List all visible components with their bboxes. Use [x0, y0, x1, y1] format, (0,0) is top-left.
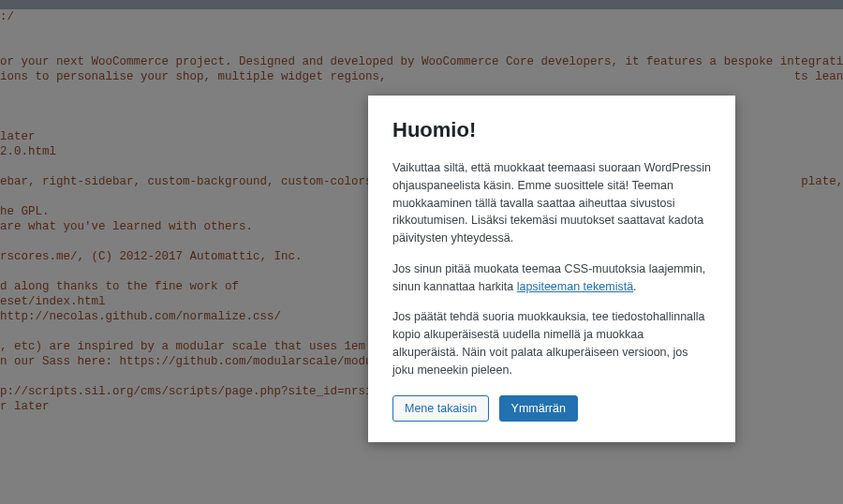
- child-theme-link[interactable]: lapsiteeman tekemistä: [517, 280, 633, 293]
- modal-paragraph-3: Jos päätät tehdä suoria muokkauksia, tee…: [392, 308, 711, 378]
- modal-paragraph-1: Vaikuttaa siltä, että muokkaat teemaasi …: [392, 159, 711, 247]
- understand-button[interactable]: Ymmärrän: [499, 395, 578, 422]
- modal-title: Huomio!: [392, 118, 711, 142]
- warning-modal: Huomio! Vaikuttaa siltä, että muokkaat t…: [368, 96, 735, 442]
- modal-paragraph-2: Jos sinun pitää muokata teemaa CSS-muuto…: [392, 260, 711, 296]
- modal-p2-text-after: .: [633, 280, 636, 293]
- go-back-button[interactable]: Mene takaisin: [392, 395, 489, 422]
- modal-button-row: Mene takaisin Ymmärrän: [392, 395, 711, 422]
